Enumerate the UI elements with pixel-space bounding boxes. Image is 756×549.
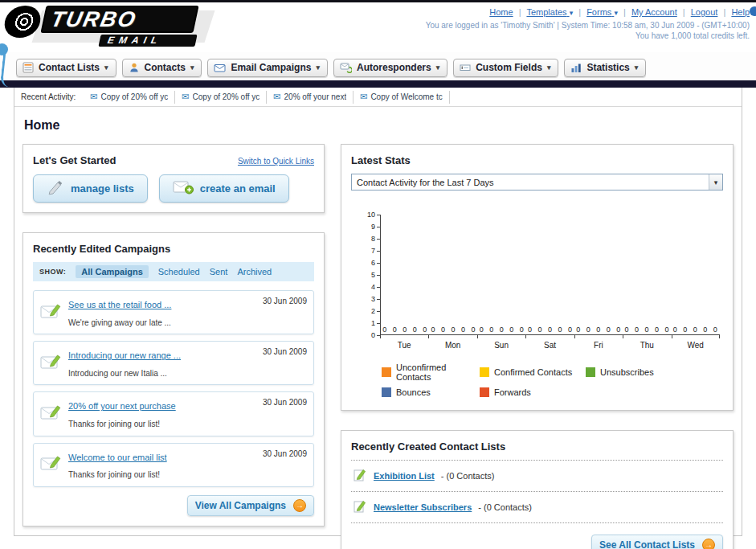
recent-activity-item[interactable]: ✉ Copy of 20% off yc (175, 91, 267, 104)
x-tick-label: Tue (380, 335, 428, 350)
turbo-email-logo: TURBO EMAIL (5, 6, 196, 52)
chevron-down-icon: ▾ (547, 64, 551, 72)
campaigns-filter-bar: SHOW: All Campaigns Scheduled Sent Archi… (33, 262, 314, 281)
statistics-icon (570, 63, 582, 73)
x-tick-label: Wed (672, 335, 720, 350)
chart-plot-area: 0 0 0 0 0 0 0 0 0 0 0 0 0 0 0 0 0 0 0 0 … (380, 215, 720, 335)
chart-value-labels: 0 0 0 0 0 (574, 326, 623, 334)
credits-info: You have 1,000 total credits left. (426, 31, 750, 40)
campaign-date: 30 Jun 2009 (263, 295, 307, 305)
legend-item-unsubscribes: Unsubscribes (586, 363, 680, 382)
legend-item-unconfirmed: Unconfirmed Contacts (382, 363, 480, 382)
link-separator: | (723, 7, 725, 17)
campaign-row[interactable]: Welcome to our email list Thanks for joi… (33, 443, 314, 487)
filter-archived[interactable]: Archived (237, 267, 272, 277)
chart-x-axis: Tue Mon Sun Sat Fri Thu Wed (380, 335, 720, 350)
top-link-my-account[interactable]: My Account (631, 7, 677, 17)
main-content-box: Recent Activity: ✉ Copy of 20% off yc ✉ … (14, 88, 742, 536)
filter-all-campaigns[interactable]: All Campaigns (76, 265, 148, 278)
x-tick-label: Fri (574, 335, 623, 350)
edit-campaign-icon (40, 454, 61, 475)
filter-scheduled[interactable]: Scheduled (158, 267, 200, 277)
chevron-down-icon: ▾ (570, 9, 574, 17)
filter-sent[interactable]: Sent (210, 267, 228, 277)
recent-activity-item[interactable]: ✉ Copy of 20% off yc (84, 91, 175, 104)
top-link-home[interactable]: Home (489, 7, 513, 17)
link-separator: | (578, 7, 581, 17)
chevron-down-icon: ▾ (104, 64, 108, 72)
legend-swatch (586, 367, 595, 377)
top-link-templates[interactable]: Templates ▾ (526, 7, 573, 17)
chevron-down-icon: ▾ (190, 64, 194, 72)
stats-filter-select[interactable]: Contact Activity for the Last 7 Days ▾ (351, 174, 723, 191)
view-all-campaigns-button[interactable]: View All Campaigns → (187, 495, 314, 516)
tab-statistics[interactable]: Statistics ▾ (564, 59, 646, 77)
chevron-down-icon: ▾ (709, 174, 722, 190)
edit-list-icon (353, 499, 367, 515)
chart-value-labels: 0 0 0 0 0 (381, 326, 429, 334)
chart-value-labels: 0 0 0 0 0 (623, 326, 671, 334)
login-info: You are logged in as 'Timothy Smith' | S… (426, 21, 750, 30)
campaigns-title: Recently Edited Campaigns (33, 243, 314, 255)
chevron-down-icon: ▾ (635, 64, 639, 72)
edit-campaign-icon (40, 353, 61, 374)
tab-contact-lists[interactable]: Contact Lists ▾ (16, 59, 116, 77)
page-title: Home (24, 118, 734, 133)
chevron-down-icon: ▾ (316, 64, 320, 72)
edit-campaign-icon (40, 302, 61, 323)
legend-item-confirmed: Confirmed Contacts (480, 363, 586, 382)
decorative-dot-right (750, 6, 756, 16)
legend-item-bounces: Bounces (382, 387, 480, 397)
recent-activity-item[interactable]: ✉ 20% off your next (267, 91, 353, 104)
tab-custom-fields[interactable]: Custom Fields ▾ (453, 59, 558, 77)
x-tick-label: Sun (477, 335, 525, 350)
top-link-forms[interactable]: Forms ▾ (586, 7, 618, 17)
switch-quick-links-link[interactable]: Switch to Quick Links (238, 157, 314, 166)
campaign-date: 30 Jun 2009 (263, 346, 307, 356)
create-email-button[interactable]: create an email (159, 174, 289, 203)
legend-swatch (480, 367, 489, 377)
chart-y-axis: 10 9 8 7 6 5 4 3 2 1 0 (359, 215, 380, 335)
contact-list-item[interactable]: Newsletter Subscribers - (0 Contacts) (351, 492, 723, 523)
recently-created-contact-lists-panel: Recently Created Contact Lists Exhibitio… (341, 430, 734, 549)
top-link-logout[interactable]: Logout (691, 7, 718, 17)
legend-swatch (382, 387, 391, 397)
tab-autoresponders[interactable]: Autoresponders ▾ (333, 59, 447, 77)
tab-contacts[interactable]: Contacts ▾ (122, 59, 202, 77)
link-separator: | (683, 7, 685, 17)
main-nav-tabs: Contact Lists ▾ Contacts ▾ Email Campaig… (0, 52, 756, 80)
latest-stats-title: Latest Stats (351, 154, 723, 166)
campaign-row[interactable]: 20% off your next purchase Thanks for jo… (33, 391, 314, 436)
chart-value-labels: 0 0 0 0 0 (478, 326, 526, 334)
recent-activity-item[interactable]: ✉ Copy of Welcome tc (353, 91, 450, 104)
chart-legend: Unconfirmed Contacts Confirmed Contacts … (382, 363, 680, 397)
email-campaigns-icon (214, 63, 226, 73)
legend-swatch (382, 367, 391, 377)
contacts-icon (129, 62, 140, 73)
autoresponders-icon (340, 62, 352, 73)
envelope-icon: ✉ (273, 92, 280, 101)
legend-item-forwards: Forwards (480, 387, 586, 397)
recently-edited-campaigns-panel: Recently Edited Campaigns SHOW: All Camp… (22, 232, 325, 526)
campaign-date: 30 Jun 2009 (263, 396, 307, 407)
top-link-help[interactable]: Help (731, 7, 750, 17)
logo-text-turbo: TURBO (40, 6, 198, 33)
contact-lists-icon (22, 62, 34, 73)
contact-lists-title: Recently Created Contact Lists (351, 440, 723, 461)
latest-stats-panel: Latest Stats Contact Activity for the La… (341, 144, 734, 411)
nav-divider-bar (0, 80, 756, 88)
contact-list-item[interactable]: Exhibition List - (0 Contacts) (351, 461, 723, 492)
arrow-right-icon: → (293, 499, 306, 512)
chart-value-labels: 0 0 0 0 0 (429, 326, 477, 334)
campaign-row[interactable]: Introducing our new range ... Introducin… (33, 341, 314, 385)
campaign-row[interactable]: See us at the retail food ... We're givi… (33, 290, 314, 334)
manage-lists-button[interactable]: manage lists (33, 174, 148, 203)
campaign-date: 30 Jun 2009 (263, 448, 307, 458)
top-nav: Home | Templates ▾ | Forms ▾ | My Accoun… (426, 7, 750, 17)
chart-value-labels: 0 0 0 0 0 (672, 326, 720, 334)
recent-activity-label: Recent Activity: (21, 92, 76, 101)
see-all-contact-lists-button[interactable]: See All Contact Lists → (591, 535, 723, 549)
x-tick-label: Thu (623, 335, 671, 350)
envelope-icon: ✉ (182, 92, 189, 101)
tab-email-campaigns[interactable]: Email Campaigns ▾ (207, 59, 328, 77)
